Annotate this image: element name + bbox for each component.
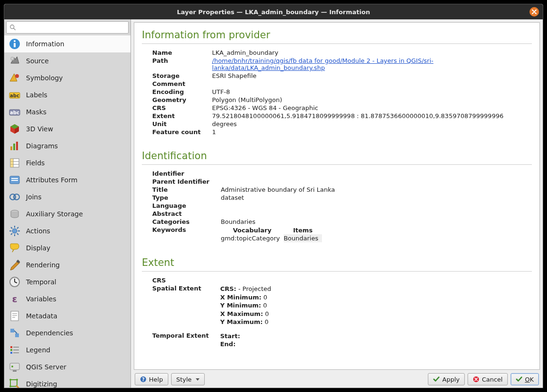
sidebar-item-3dview[interactable]: 3D View — [4, 120, 130, 137]
sidebar-item-label: Metadata — [26, 312, 57, 320]
joins-icon — [8, 190, 21, 204]
3dview-icon — [8, 122, 21, 136]
sidebar-search-input[interactable] — [19, 24, 125, 31]
svg-point-5 — [11, 57, 14, 60]
sidebar-item-labels[interactable]: abcLabels — [4, 86, 130, 103]
separator — [142, 43, 532, 44]
sidebar-item-label: Source — [26, 57, 49, 65]
extent-table: CRS Spatial Extent CRS: - Projected X Mi… — [152, 276, 275, 349]
display-icon — [8, 241, 21, 255]
path-link[interactable]: /home/bnhr/training/qgis/fb data for goo… — [212, 57, 434, 71]
sidebar-item-label: Joins — [26, 193, 42, 201]
sidebar-item-temporal[interactable]: Temporal — [4, 273, 130, 290]
svg-rect-11 — [10, 146, 12, 150]
sidebar-item-symbology[interactable]: Symbology — [4, 69, 130, 86]
sidebar-item-actions[interactable]: Actions — [4, 222, 130, 239]
sidebar-item-variables[interactable]: εVariables — [4, 290, 130, 307]
sidebar-item-label: Diagrams — [26, 142, 58, 150]
sidebar-item-auxiliary[interactable]: Auxiliary Storage — [4, 205, 130, 222]
svg-line-33 — [11, 233, 12, 235]
attributesform-icon — [8, 173, 21, 187]
close-button[interactable] — [530, 7, 539, 17]
fields-icon — [8, 156, 21, 170]
sidebar-item-qgisserver[interactable]: QGIS Server — [4, 358, 130, 375]
sidebar-item-label: Attributes Form — [26, 176, 78, 184]
svg-text:abc: abc — [10, 110, 19, 115]
sidebar-list[interactable]: InformationSourceSymbologyabcLabelsabcMa… — [4, 35, 130, 388]
info-panel[interactable]: Information from provider NameLKA_admin_… — [134, 22, 540, 370]
sidebar-item-label: Display — [26, 244, 51, 252]
sidebar-item-masks[interactable]: abcMasks — [4, 103, 130, 120]
rendering-icon — [8, 258, 21, 272]
auxiliary-icon — [8, 207, 21, 221]
sidebar-item-label: Temporal — [26, 278, 56, 286]
separator — [142, 164, 532, 165]
symbology-icon — [8, 71, 21, 85]
digitizing-icon — [8, 377, 21, 388]
diagrams-icon — [8, 139, 21, 153]
sidebar-item-label: Variables — [26, 295, 56, 303]
sidebar-item-label: Symbology — [26, 74, 63, 82]
ok-button[interactable]: OK — [511, 373, 539, 385]
svg-point-58 — [9, 385, 11, 387]
sidebar-item-legend[interactable]: Legend — [4, 341, 130, 358]
section-heading-extent: Extent — [142, 257, 532, 268]
sidebar-item-label: Auxiliary Storage — [26, 210, 83, 218]
titlebar: Layer Properties — LKA_admin_boundary — … — [4, 4, 543, 19]
sidebar-item-label: Information — [26, 40, 64, 48]
ok-icon — [516, 376, 522, 383]
svg-text:?: ? — [142, 377, 145, 382]
sidebar-item-label: Legend — [26, 346, 50, 354]
sidebar-item-label: QGIS Server — [26, 363, 66, 371]
actions-icon — [8, 224, 21, 238]
information-icon — [8, 37, 21, 51]
svg-rect-21 — [11, 180, 18, 181]
apply-button[interactable]: Apply — [428, 373, 465, 385]
provider-table: NameLKA_admin_boundary Path /home/bnhr/t… — [152, 49, 532, 136]
svg-point-4 — [14, 40, 16, 42]
sidebar-item-joins[interactable]: Joins — [4, 188, 130, 205]
sidebar-item-fields[interactable]: Fields — [4, 154, 130, 171]
sidebar-item-information[interactable]: Information — [4, 35, 130, 52]
svg-rect-20 — [11, 178, 18, 179]
cancel-button[interactable]: Cancel — [468, 373, 508, 385]
svg-point-53 — [11, 366, 13, 367]
sidebar-item-dependencies[interactable]: Dependencies — [4, 324, 130, 341]
sidebar-item-label: 3D View — [26, 125, 53, 133]
help-button[interactable]: ? Help — [135, 373, 168, 385]
sidebar-item-rendering[interactable]: Rendering — [4, 256, 130, 273]
svg-line-1 — [14, 28, 16, 30]
sidebar-search[interactable] — [6, 21, 129, 34]
svg-rect-39 — [11, 311, 18, 321]
svg-rect-46 — [10, 346, 12, 348]
svg-rect-55 — [10, 380, 17, 386]
window-title: Layer Properties — LKA_admin_boundary — … — [177, 9, 370, 16]
masks-icon: abc — [8, 105, 21, 119]
qgisserver-icon — [8, 360, 21, 374]
chevron-down-icon — [196, 378, 200, 381]
svg-line-45 — [14, 331, 17, 333]
identification-table: Identifier Parent Identifier TitleAdmini… — [152, 170, 339, 243]
svg-rect-54 — [13, 370, 17, 372]
button-row: ? Help Style Apply — [131, 371, 543, 388]
sidebar-item-diagrams[interactable]: Diagrams — [4, 137, 130, 154]
sidebar-item-source[interactable]: Source — [4, 52, 130, 69]
sidebar-item-digitizing[interactable]: Digitizing — [4, 375, 130, 388]
sidebar-item-label: Digitizing — [26, 380, 57, 388]
svg-text:abc: abc — [10, 93, 19, 98]
style-button[interactable]: Style — [171, 373, 205, 385]
sidebar-item-attributesform[interactable]: Attributes Form — [4, 171, 130, 188]
check-icon — [433, 376, 440, 383]
sidebar-item-metadata[interactable]: Metadata — [4, 307, 130, 324]
sidebar-item-display[interactable]: Display — [4, 239, 130, 256]
svg-line-31 — [17, 233, 18, 235]
temporal-icon — [8, 275, 21, 289]
sidebar-item-label: Masks — [26, 108, 46, 116]
sidebar-item-label: Fields — [26, 159, 45, 167]
svg-line-32 — [17, 227, 18, 229]
svg-point-6 — [15, 74, 19, 78]
svg-point-57 — [16, 379, 18, 381]
search-icon — [9, 24, 16, 31]
variables-icon: ε — [8, 292, 21, 306]
close-icon — [532, 9, 537, 14]
